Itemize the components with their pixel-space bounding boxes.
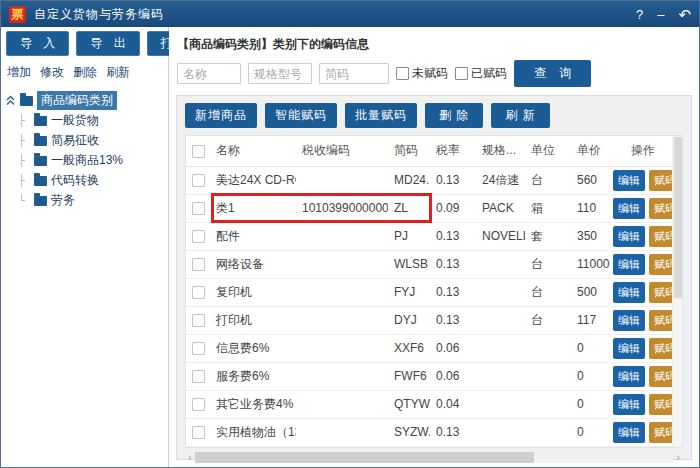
edit-button[interactable]: 编辑 [613,366,645,387]
category-tree: 商品编码类别 ├一般货物├简易征收├一般商品13%├代码转换└劳务 [1,88,168,212]
cell-spec [476,390,525,418]
cell-unit-price: 11000 [571,250,611,278]
edit-button[interactable]: 编辑 [613,198,645,219]
tree-modify-link[interactable]: 修改 [40,64,64,81]
cell-operation: 编辑赋码 [611,390,675,418]
row-checkbox[interactable] [192,370,205,383]
row-checkbox[interactable] [192,286,205,299]
cell-unit-price: 0 [571,418,611,446]
cell-unit-price: 0 [571,334,611,362]
import-button[interactable]: 导 入 [6,31,69,56]
tree-child-label[interactable]: 代码转换 [51,172,99,189]
tree-child-label[interactable]: 一般商品13% [51,152,123,169]
cell-spec [476,334,525,362]
vertical-scrollbar-thumb[interactable] [674,137,682,298]
cell-unit [525,390,571,418]
cell-short-code: MD24... [388,166,430,194]
search-bar: 未赋码 已赋码 查 询 [169,58,699,95]
table-action-buttons: 新增商品 智能赋码 批量赋码 删 除 刷 新 [185,103,683,128]
edit-button[interactable]: 编辑 [613,282,645,303]
unassigned-checkbox-box[interactable] [396,67,409,80]
header-unit-price: 单价 [571,136,611,166]
edit-button[interactable]: 编辑 [613,394,645,415]
tree-add-link[interactable]: 增加 [7,64,31,81]
horizontal-scrollbar[interactable]: ‹ › [185,451,683,464]
help-icon[interactable]: ? [636,8,643,21]
horizontal-scrollbar-track[interactable] [195,452,673,463]
row-checkbox[interactable] [192,342,205,355]
code-search-input[interactable] [319,63,389,84]
tree-child-node[interactable]: └劳务 [18,190,164,210]
row-checkbox[interactable] [192,258,205,271]
tree-child-node[interactable]: ├简易征收 [18,130,164,150]
edit-button[interactable]: 编辑 [613,254,645,275]
cell-operation: 编辑赋码 [611,306,675,334]
scroll-right-icon[interactable]: › [673,451,683,464]
tree-delete-link[interactable]: 删除 [73,64,97,81]
batch-assign-button[interactable]: 批量赋码 [345,103,417,128]
assigned-checkbox[interactable]: 已赋码 [455,65,507,82]
cell-unit [525,362,571,390]
edit-button[interactable]: 编辑 [613,170,645,191]
select-all-checkbox[interactable] [192,145,205,158]
cell-tax-code [296,390,388,418]
spec-search-input[interactable] [248,63,312,84]
row-checkbox[interactable] [192,314,205,327]
cell-unit: 台 [525,250,571,278]
cell-spec [476,362,525,390]
edit-button[interactable]: 编辑 [613,226,645,247]
cell-operation: 编辑赋码 [611,194,675,222]
refresh-button[interactable]: 刷 新 [491,103,549,128]
tree-child-label[interactable]: 一般货物 [51,112,99,129]
tree-root-node[interactable]: 商品编码类别 [5,90,164,110]
tree-action-links: 增加 修改 删除 刷新 [1,59,168,88]
row-checkbox[interactable] [192,426,205,439]
add-product-button[interactable]: 新增商品 [185,103,257,128]
table-row: 其它业务费4%QTYWF40.040编辑赋码 [186,390,675,418]
tree-child-node[interactable]: ├一般货物 [18,110,164,130]
row-checkbox[interactable] [192,174,205,187]
cell-unit-price: 350 [571,222,611,250]
tree-refresh-link[interactable]: 刷新 [106,64,130,81]
query-button[interactable]: 查 询 [514,60,591,87]
cell-checkbox [186,250,210,278]
edit-button[interactable]: 编辑 [613,422,645,443]
coding-table: 名称 税收编码 简码 税率 规格... 单位 单价 操作 美达24X CD-RO… [185,135,683,448]
cell-tax-code [296,418,388,446]
panel-header: 【商品编码类别】类别下的编码信息 [169,27,699,58]
row-checkbox[interactable] [192,202,205,215]
row-checkbox[interactable] [192,230,205,243]
cell-tax-rate: 0.13 [430,250,476,278]
unassigned-checkbox[interactable]: 未赋码 [396,65,448,82]
cell-tax-code [296,362,388,390]
row-checkbox[interactable] [192,398,205,411]
tree-child-node[interactable]: ├一般商品13% [18,150,164,170]
tree-child-label[interactable]: 劳务 [51,192,75,209]
delete-button[interactable]: 删 除 [425,103,483,128]
minimize-icon[interactable]: – [657,8,664,21]
exit-icon[interactable]: ↶ [678,7,691,22]
cell-tax-rate: 0.04 [430,390,476,418]
folder-icon [34,116,47,126]
assigned-checkbox-label: 已赋码 [471,65,507,82]
cell-unit-price: 500 [571,278,611,306]
cell-name: 打印机 [210,306,296,334]
cell-operation: 编辑赋码 [611,418,675,446]
assigned-checkbox-box[interactable] [455,67,468,80]
cell-name: 其它业务费4% [210,390,296,418]
edit-button[interactable]: 编辑 [613,310,645,331]
vertical-scrollbar[interactable] [672,136,682,447]
export-button[interactable]: 导 出 [76,31,139,56]
tree-root-label[interactable]: 商品编码类别 [37,91,117,110]
cell-short-code: ZL [388,194,430,222]
horizontal-scrollbar-thumb[interactable] [195,452,534,463]
name-search-input[interactable] [177,63,241,84]
edit-button[interactable]: 编辑 [613,338,645,359]
cell-tax-rate: 0.13 [430,166,476,194]
collapse-icon[interactable] [5,95,16,106]
tree-child-node[interactable]: ├代码转换 [18,170,164,190]
cell-checkbox [186,334,210,362]
scroll-left-icon[interactable]: ‹ [185,451,195,464]
tree-child-label[interactable]: 简易征收 [51,132,99,149]
smart-assign-button[interactable]: 智能赋码 [265,103,337,128]
